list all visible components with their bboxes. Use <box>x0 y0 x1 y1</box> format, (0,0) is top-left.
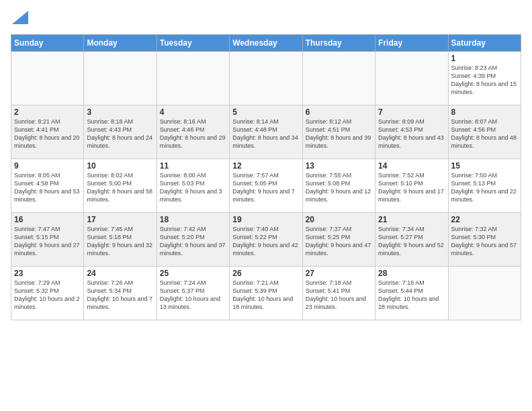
col-tuesday: Tuesday <box>157 34 229 51</box>
table-row: 12Sunrise: 7:57 AM Sunset: 5:05 PM Dayli… <box>230 158 302 212</box>
table-row: 7Sunrise: 8:09 AM Sunset: 4:53 PM Daylig… <box>375 105 448 158</box>
calendar-week-row: 2Sunrise: 8:21 AM Sunset: 4:41 PM Daylig… <box>11 105 521 158</box>
table-row: 11Sunrise: 8:00 AM Sunset: 5:03 PM Dayli… <box>157 158 229 212</box>
col-wednesday: Wednesday <box>230 34 302 51</box>
col-friday: Friday <box>375 34 448 51</box>
day-number: 27 <box>306 269 372 278</box>
table-row <box>11 51 84 105</box>
day-number: 8 <box>451 107 518 117</box>
day-number: 28 <box>378 269 445 278</box>
day-number: 5 <box>232 107 299 117</box>
table-row <box>84 51 157 105</box>
day-info: Sunrise: 8:18 AM Sunset: 4:43 PM Dayligh… <box>87 118 153 150</box>
day-info: Sunrise: 7:52 AM Sunset: 5:10 PM Dayligh… <box>378 171 445 204</box>
table-row: 24Sunrise: 7:26 AM Sunset: 5:34 PM Dayli… <box>84 266 157 320</box>
table-row: 23Sunrise: 7:29 AM Sunset: 5:32 PM Dayli… <box>11 266 84 320</box>
day-number: 1 <box>451 54 518 63</box>
table-row: 3Sunrise: 8:18 AM Sunset: 4:43 PM Daylig… <box>84 105 157 158</box>
table-row: 5Sunrise: 8:14 AM Sunset: 4:48 PM Daylig… <box>230 105 302 158</box>
day-info: Sunrise: 7:57 AM Sunset: 5:05 PM Dayligh… <box>232 171 299 204</box>
calendar-week-row: 16Sunrise: 7:47 AM Sunset: 5:15 PM Dayli… <box>11 212 521 266</box>
day-info: Sunrise: 8:00 AM Sunset: 5:03 PM Dayligh… <box>160 171 226 204</box>
table-row: 13Sunrise: 7:55 AM Sunset: 5:08 PM Dayli… <box>302 158 375 212</box>
day-info: Sunrise: 7:21 AM Sunset: 5:39 PM Dayligh… <box>232 279 299 312</box>
day-info: Sunrise: 7:45 AM Sunset: 5:18 PM Dayligh… <box>87 225 153 258</box>
table-row <box>230 51 302 105</box>
day-info: Sunrise: 7:55 AM Sunset: 5:08 PM Dayligh… <box>306 171 372 204</box>
calendar-header-row: Sunday Monday Tuesday Wednesday Thursday… <box>11 34 521 51</box>
page-container: Sunday Monday Tuesday Wednesday Thursday… <box>0 0 532 326</box>
day-number: 19 <box>232 215 299 224</box>
table-row <box>448 266 521 320</box>
day-info: Sunrise: 8:21 AM Sunset: 4:41 PM Dayligh… <box>14 118 81 150</box>
day-info: Sunrise: 8:14 AM Sunset: 4:48 PM Dayligh… <box>232 118 299 150</box>
calendar-week-row: 9Sunrise: 8:05 AM Sunset: 4:58 PM Daylig… <box>11 158 521 212</box>
day-info: Sunrise: 7:18 AM Sunset: 5:41 PM Dayligh… <box>306 279 372 312</box>
day-number: 24 <box>87 269 153 278</box>
day-number: 9 <box>14 161 81 171</box>
header <box>11 11 521 28</box>
col-monday: Monday <box>84 34 157 51</box>
day-info: Sunrise: 7:37 AM Sunset: 5:25 PM Dayligh… <box>306 225 372 258</box>
day-number: 11 <box>160 161 226 171</box>
table-row: 25Sunrise: 7:24 AM Sunset: 5:37 PM Dayli… <box>157 266 229 320</box>
day-info: Sunrise: 7:24 AM Sunset: 5:37 PM Dayligh… <box>160 279 226 312</box>
day-number: 16 <box>14 215 81 224</box>
table-row: 22Sunrise: 7:32 AM Sunset: 5:30 PM Dayli… <box>448 212 521 266</box>
calendar-table: Sunday Monday Tuesday Wednesday Thursday… <box>11 34 521 320</box>
table-row: 27Sunrise: 7:18 AM Sunset: 5:41 PM Dayli… <box>302 266 375 320</box>
day-info: Sunrise: 7:42 AM Sunset: 5:20 PM Dayligh… <box>160 225 226 258</box>
day-info: Sunrise: 8:07 AM Sunset: 4:56 PM Dayligh… <box>451 118 518 150</box>
calendar-week-row: 1Sunrise: 8:23 AM Sunset: 4:39 PM Daylig… <box>11 51 521 105</box>
day-number: 22 <box>451 215 518 224</box>
col-saturday: Saturday <box>448 34 521 51</box>
day-info: Sunrise: 7:29 AM Sunset: 5:32 PM Dayligh… <box>14 279 81 312</box>
day-number: 17 <box>87 215 153 224</box>
table-row: 28Sunrise: 7:16 AM Sunset: 5:44 PM Dayli… <box>375 266 448 320</box>
col-thursday: Thursday <box>302 34 375 51</box>
day-number: 6 <box>306 107 372 117</box>
logo <box>11 11 28 28</box>
day-number: 10 <box>87 161 153 171</box>
calendar-week-row: 23Sunrise: 7:29 AM Sunset: 5:32 PM Dayli… <box>11 266 521 320</box>
table-row: 1Sunrise: 8:23 AM Sunset: 4:39 PM Daylig… <box>448 51 521 105</box>
col-sunday: Sunday <box>11 34 84 51</box>
day-info: Sunrise: 7:47 AM Sunset: 5:15 PM Dayligh… <box>14 225 81 258</box>
day-info: Sunrise: 7:34 AM Sunset: 5:27 PM Dayligh… <box>378 225 445 258</box>
day-number: 25 <box>160 269 226 278</box>
day-number: 26 <box>232 269 299 278</box>
svg-marker-0 <box>12 11 28 24</box>
day-info: Sunrise: 8:05 AM Sunset: 4:58 PM Dayligh… <box>14 171 81 204</box>
day-number: 21 <box>378 215 445 224</box>
day-number: 18 <box>160 215 226 224</box>
table-row <box>302 51 375 105</box>
table-row: 21Sunrise: 7:34 AM Sunset: 5:27 PM Dayli… <box>375 212 448 266</box>
table-row: 20Sunrise: 7:37 AM Sunset: 5:25 PM Dayli… <box>302 212 375 266</box>
day-info: Sunrise: 8:16 AM Sunset: 4:46 PM Dayligh… <box>160 118 226 150</box>
table-row: 16Sunrise: 7:47 AM Sunset: 5:15 PM Dayli… <box>11 212 84 266</box>
table-row: 19Sunrise: 7:40 AM Sunset: 5:22 PM Dayli… <box>230 212 302 266</box>
table-row: 9Sunrise: 8:05 AM Sunset: 4:58 PM Daylig… <box>11 158 84 212</box>
day-number: 3 <box>87 107 153 117</box>
table-row: 26Sunrise: 7:21 AM Sunset: 5:39 PM Dayli… <box>230 266 302 320</box>
table-row: 6Sunrise: 8:12 AM Sunset: 4:51 PM Daylig… <box>302 105 375 158</box>
day-info: Sunrise: 7:16 AM Sunset: 5:44 PM Dayligh… <box>378 279 445 312</box>
day-number: 23 <box>14 269 81 278</box>
day-number: 7 <box>378 107 445 117</box>
table-row: 4Sunrise: 8:16 AM Sunset: 4:46 PM Daylig… <box>157 105 229 158</box>
day-number: 15 <box>451 161 518 171</box>
day-number: 13 <box>306 161 372 171</box>
day-info: Sunrise: 8:09 AM Sunset: 4:53 PM Dayligh… <box>378 118 445 150</box>
day-info: Sunrise: 8:23 AM Sunset: 4:39 PM Dayligh… <box>451 64 518 97</box>
day-number: 20 <box>306 215 372 224</box>
table-row: 17Sunrise: 7:45 AM Sunset: 5:18 PM Dayli… <box>84 212 157 266</box>
table-row: 18Sunrise: 7:42 AM Sunset: 5:20 PM Dayli… <box>157 212 229 266</box>
day-number: 14 <box>378 161 445 171</box>
table-row: 2Sunrise: 8:21 AM Sunset: 4:41 PM Daylig… <box>11 105 84 158</box>
day-number: 12 <box>232 161 299 171</box>
table-row <box>375 51 448 105</box>
day-info: Sunrise: 7:40 AM Sunset: 5:22 PM Dayligh… <box>232 225 299 258</box>
table-row <box>157 51 229 105</box>
table-row: 8Sunrise: 8:07 AM Sunset: 4:56 PM Daylig… <box>448 105 521 158</box>
table-row: 10Sunrise: 8:02 AM Sunset: 5:00 PM Dayli… <box>84 158 157 212</box>
